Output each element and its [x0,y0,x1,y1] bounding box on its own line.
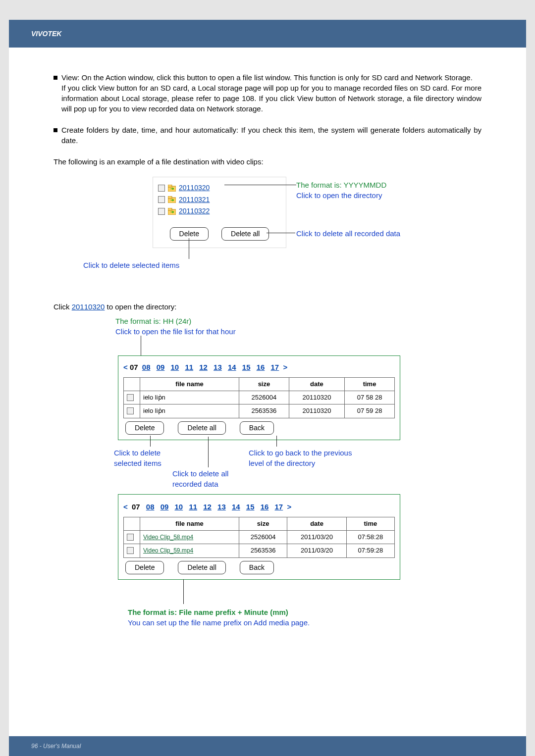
click-post: to open the directory: [105,302,176,311]
hour-prev[interactable]: < [123,503,128,511]
hour-current: 07 [130,363,138,371]
file-link[interactable]: Video Clip_59.mp4 [143,547,193,554]
table-header-row: file name size date time [124,517,395,531]
header-band: VIVOTEK [9,20,526,48]
folder-row[interactable]: ➔ 20110322 [158,206,281,216]
hour-format-text: The format is: HH (24r) [115,316,236,326]
bullet-icon [54,76,57,80]
table-header-row: file name size date time [124,378,395,391]
view-desc2: If you click View button for an SD card,… [61,84,482,113]
hour-prev[interactable]: < [123,363,128,371]
annot-back: Click to go back to the previous level o… [249,448,352,468]
delete-button[interactable]: Delete [125,561,164,575]
hour-format-annot: The format is: HH (24r) Click to open th… [115,316,236,337]
screenshot-folder-list: ➔ 20110320 ➔ 20110321 ➔ 20110322 [54,177,482,291]
view-bullet-text: View: On the Action window, click this b… [61,72,482,114]
hour-link[interactable]: 17 [271,363,279,371]
hour-link[interactable]: 14 [228,363,236,371]
cell-date: 2011/03/20 [287,531,346,544]
hour-link[interactable]: 17 [275,503,283,511]
callout-line [150,436,151,447]
hour-link[interactable]: 11 [189,503,197,511]
cell-size: 2563536 [239,404,289,418]
folder-list-box: ➔ 20110320 ➔ 20110321 ➔ 20110322 [153,177,286,248]
hour-next[interactable]: > [283,363,287,371]
folder-icon: ➔ [168,185,176,192]
hour-link[interactable]: 09 [160,503,169,511]
filename-format-text: The format is: File name prefix + Minute… [128,607,310,617]
th-size: size [239,378,289,391]
hour-link[interactable]: 16 [261,503,269,511]
table-row: Video Clip_59.mp4 2563536 2011/03/20 07:… [124,544,395,557]
click-instruction: Click 20110320 to open the directory: [54,302,482,312]
content-area: View: On the Action window, click this b… [9,48,526,657]
hour-current: 07 [132,503,140,511]
checkbox[interactable] [127,534,134,541]
screenshot-file-list: < 07 08 09 10 11 12 13 14 15 16 17 > [54,494,482,638]
cell-date: 2011/03/20 [287,544,346,557]
filename-format-annot: The format is: File name prefix + Minute… [128,607,310,628]
hour-link[interactable]: 11 [185,363,193,371]
cell-time: 07 58 28 [345,391,395,404]
cell-date: 20110320 [289,404,344,418]
hour-link[interactable]: 14 [232,503,240,511]
folder-link[interactable]: 20110322 [179,206,210,216]
hour-link[interactable]: 08 [146,503,155,511]
svg-text:➔: ➔ [170,186,174,191]
folder-link[interactable]: 20110320 [179,183,210,193]
th-filename: file name [140,378,239,391]
th-size: size [239,517,287,531]
checkbox[interactable] [127,407,134,414]
bullet-icon [54,128,57,132]
hour-link[interactable]: 10 [171,363,179,371]
hour-link[interactable]: 15 [242,363,251,371]
th-filename: file name [140,517,239,531]
callout-line [183,579,184,604]
file-table: file name size date time Video Clip_58.m… [123,517,395,558]
cell-size: 2526004 [239,531,287,544]
callout-open-text: Click to open the directory [296,190,435,201]
callout-line [189,238,189,259]
folder-icon: ➔ [168,208,176,215]
folder-link[interactable]: 20110321 [179,195,210,205]
cell-size: 2526004 [239,391,289,404]
footer-band: 96 - User's Manual [9,736,526,756]
hour-next[interactable]: > [287,503,291,511]
callout-delsel: Click to delete selected items [83,260,179,270]
checkbox[interactable] [158,196,165,203]
cell-filename: ielo lip̀n [140,404,239,418]
table-row: ielo lip̀n 2526004 20110320 07 58 28 [124,391,395,404]
checkbox[interactable] [127,394,134,401]
checkbox[interactable] [158,208,165,215]
folder-row[interactable]: ➔ 20110321 [158,195,281,205]
hour-link[interactable]: 08 [142,363,151,371]
hour-open-text: Click to open the file list for that hou… [115,326,236,337]
th-time: time [345,378,395,391]
hour-link[interactable]: 16 [257,363,265,371]
callout-deleteall: Click to delete all recorded data [296,228,435,239]
table-row: Video Clip_58.mp4 2526004 2011/03/20 07:… [124,531,395,544]
hour-link[interactable]: 13 [217,503,226,511]
checkbox[interactable] [127,547,134,554]
file-list-box: < 07 08 09 10 11 12 13 14 15 16 17 > [118,494,400,580]
hour-link[interactable]: 10 [175,503,183,511]
brand-title: VIVOTEK [31,30,61,38]
delete-button[interactable]: Delete [125,421,164,435]
hour-link[interactable]: 12 [199,363,208,371]
click-link[interactable]: 20110320 [72,302,105,311]
annot-delete-all: Click to delete all recorded data [172,468,228,489]
back-button[interactable]: Back [240,561,274,575]
hour-link[interactable]: 15 [246,503,255,511]
hour-link[interactable]: 13 [214,363,222,371]
hour-link[interactable]: 12 [203,503,212,511]
table-row: ielo lip̀n 2563536 20110320 07 59 28 [124,404,395,418]
checkbox[interactable] [158,185,165,192]
th-date: date [287,517,346,531]
back-button[interactable]: Back [240,421,274,435]
callout-line [208,437,209,467]
delete-all-button[interactable]: Delete all [178,561,225,575]
hour-link[interactable]: 09 [157,363,165,371]
delete-all-button[interactable]: Delete all [221,227,269,241]
delete-all-button[interactable]: Delete all [178,421,225,435]
file-link[interactable]: Video Clip_58.mp4 [143,534,193,541]
